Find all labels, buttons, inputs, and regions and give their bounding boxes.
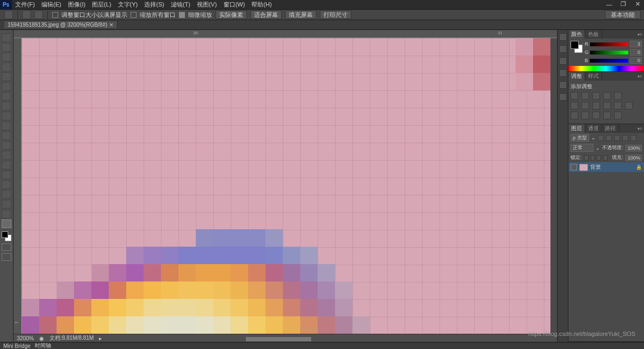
tab-layers[interactable]: 图层 — [568, 124, 585, 133]
dodge-tool-icon[interactable] — [2, 161, 11, 169]
menu-file[interactable]: 文件(F) — [12, 1, 38, 9]
print-size-button[interactable]: 打印尺寸 — [320, 10, 351, 19]
filter-adjust-icon[interactable] — [606, 135, 612, 141]
canvas[interactable] — [22, 38, 550, 334]
history-panel-icon[interactable] — [559, 33, 567, 41]
lock-position-icon[interactable] — [597, 155, 601, 161]
panel-flyout-icon[interactable]: ▾≡ — [636, 32, 644, 37]
g-value[interactable]: 0 — [630, 49, 642, 56]
maximize-icon[interactable]: ❐ — [619, 1, 628, 8]
screen-mode-icon[interactable] — [2, 253, 11, 261]
zoom-all-check[interactable] — [131, 12, 137, 18]
menu-view[interactable]: 视图(V) — [194, 1, 220, 9]
zoom-in-icon[interactable] — [22, 10, 31, 19]
layer-filter-kind[interactable]: ρ 类型 — [571, 134, 589, 142]
tab-adjustments[interactable]: 调整 — [568, 72, 585, 81]
horizontal-scrollbar[interactable] — [84, 336, 546, 342]
minimize-icon[interactable]: — — [605, 1, 614, 8]
r-value[interactable]: 3 — [630, 41, 642, 47]
layer-thumbnail[interactable] — [579, 164, 588, 171]
curves-icon[interactable] — [592, 92, 600, 100]
move-tool-icon[interactable] — [2, 33, 11, 42]
filter-smart-icon[interactable] — [630, 135, 636, 141]
filter-pixel-icon[interactable] — [598, 135, 604, 141]
hue-sat-icon[interactable] — [571, 102, 578, 109]
tab-channels[interactable]: 通道 — [585, 124, 602, 133]
chevron-down-icon[interactable]: ⌄ — [591, 135, 596, 140]
paragraph-panel-icon[interactable] — [559, 81, 567, 89]
color-balance-icon[interactable] — [581, 102, 589, 109]
b-slider[interactable] — [590, 59, 628, 63]
healing-brush-tool-icon[interactable] — [2, 92, 11, 101]
photo-filter-icon[interactable] — [603, 102, 611, 109]
lock-all-icon[interactable] — [603, 155, 608, 161]
history-brush-tool-icon[interactable] — [2, 121, 11, 130]
scrollbar-thumb[interactable] — [246, 337, 311, 341]
zoom-out-icon[interactable] — [34, 10, 43, 19]
invert-icon[interactable] — [571, 112, 578, 119]
path-selection-tool-icon[interactable] — [2, 190, 11, 199]
brush-panel-icon[interactable] — [559, 69, 567, 77]
eyedropper-tool-icon[interactable] — [2, 82, 11, 91]
ruler-vertical[interactable]: 1 — [14, 38, 22, 334]
resize-window-check[interactable] — [52, 12, 58, 18]
lock-pixels-icon[interactable] — [591, 155, 595, 161]
zoom-tool-icon[interactable] — [4, 10, 13, 19]
tab-styles[interactable]: 样式 — [585, 72, 602, 81]
menu-edit[interactable]: 编辑(E) — [38, 1, 65, 9]
g-slider[interactable] — [590, 51, 628, 54]
stamp-tool-icon[interactable] — [2, 112, 11, 120]
workspace-switcher[interactable]: 基本功能 — [605, 10, 641, 19]
hand-tool-icon[interactable] — [2, 210, 11, 218]
close-tab-icon[interactable]: ✕ — [109, 22, 114, 28]
menu-filter[interactable]: 滤镜(T) — [168, 1, 194, 9]
magic-wand-tool-icon[interactable] — [2, 63, 11, 71]
lasso-tool-icon[interactable] — [2, 53, 11, 62]
mini-bridge-tab[interactable]: Mini Bridge — [3, 343, 30, 349]
posterize-icon[interactable] — [581, 112, 589, 119]
zoom-tool-icon[interactable] — [2, 219, 11, 228]
actual-pixels-button[interactable]: 实际像素 — [215, 10, 247, 19]
vibrance-icon[interactable] — [614, 92, 622, 100]
exposure-icon[interactable] — [603, 92, 611, 100]
ruler-horizontal[interactable]: 30 31 — [14, 30, 557, 38]
properties-panel-icon[interactable] — [559, 45, 567, 53]
b-value[interactable]: 0 — [630, 57, 642, 64]
shape-tool-icon[interactable] — [2, 200, 11, 209]
panel-flyout-icon[interactable]: ▾≡ — [636, 126, 644, 131]
color-swatch[interactable] — [2, 231, 11, 241]
bw-icon[interactable] — [592, 102, 600, 109]
visibility-eye-icon[interactable] — [571, 164, 577, 170]
menu-window[interactable]: 窗口(W) — [220, 1, 249, 9]
crop-tool-icon[interactable] — [2, 72, 11, 81]
layer-name[interactable]: 背景 — [590, 163, 601, 171]
fill-value[interactable]: 100% — [626, 155, 642, 161]
filter-shape-icon[interactable] — [622, 135, 628, 141]
tab-color[interactable]: 颜色 — [568, 30, 585, 39]
pen-tool-icon[interactable] — [2, 170, 11, 179]
timeline-tab[interactable]: 时间轴 — [35, 342, 51, 349]
selective-color-icon[interactable] — [614, 112, 622, 119]
channel-mixer-icon[interactable] — [614, 102, 622, 109]
hue-bar[interactable] — [568, 66, 644, 71]
info-panel-icon[interactable] — [559, 93, 567, 101]
blur-tool-icon[interactable] — [2, 151, 11, 160]
character-panel-icon[interactable] — [559, 57, 567, 65]
threshold-icon[interactable] — [592, 112, 600, 119]
status-icon[interactable]: ◉ — [39, 335, 44, 341]
opacity-value[interactable]: 100% — [626, 145, 642, 151]
menu-layer[interactable]: 图层(L) — [89, 1, 114, 9]
lock-icon[interactable]: 🔒 — [636, 164, 642, 170]
menu-select[interactable]: 选择(S) — [141, 1, 168, 9]
levels-icon[interactable] — [581, 92, 589, 100]
close-icon[interactable]: ✕ — [633, 1, 642, 8]
gradient-map-icon[interactable] — [603, 112, 611, 119]
color-lookup-icon[interactable] — [625, 102, 633, 109]
brightness-icon[interactable] — [571, 92, 578, 100]
quick-mask-icon[interactable] — [2, 243, 11, 251]
foreground-swatch[interactable] — [571, 41, 579, 49]
fit-screen-button[interactable]: 适合屏幕 — [250, 10, 282, 19]
r-slider[interactable] — [590, 42, 629, 46]
type-tool-icon[interactable] — [2, 180, 11, 189]
tab-swatches[interactable]: 色板 — [585, 30, 602, 39]
